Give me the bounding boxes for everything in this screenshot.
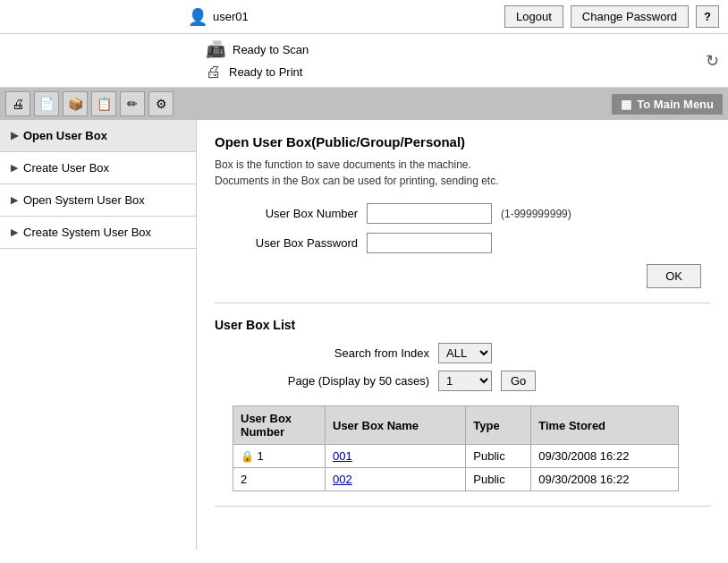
arrow-icon-2: ▶: [11, 162, 18, 174]
col-time: Time Stored: [531, 406, 678, 445]
sidebar-label-4: Create System User Box: [23, 226, 151, 239]
user-info: 👤 user01: [188, 7, 249, 27]
scan-status: 📠 Ready to Scan: [206, 39, 719, 59]
user-icon: 👤: [188, 7, 207, 27]
search-select[interactable]: ALL A-F G-L M-R S-Z: [438, 343, 492, 363]
page-row: Page (Display by 50 cases) 1 2 3 Go: [250, 371, 710, 391]
search-label: Search from Index: [250, 346, 429, 360]
divider-2: [215, 506, 710, 507]
desc-line1: Box is the function to save documents in…: [215, 158, 471, 171]
user-box-number-input[interactable]: [367, 203, 492, 224]
cell-time-1: 09/30/2008 16:22: [531, 445, 678, 468]
sidebar-label-1: Open User Box: [23, 129, 107, 142]
toolbar-icon-2[interactable]: 📄: [34, 91, 59, 116]
ok-row: OK: [215, 264, 710, 288]
scan-label: Ready to Scan: [233, 43, 309, 56]
toolbar: 🖨 📄 📦 📋 ✏ ⚙ ▦ To Main Menu: [0, 88, 728, 120]
sidebar-item-create-system-user-box[interactable]: ▶ Create System User Box: [0, 217, 196, 249]
col-number: User BoxNumber: [233, 406, 326, 445]
col-type: Type: [466, 406, 531, 445]
desc-line2: Documents in the Box can be used for pri…: [215, 175, 499, 187]
sidebar-label-2: Create User Box: [23, 161, 109, 175]
toolbar-icon-1[interactable]: 🖨: [5, 91, 30, 116]
statusbar: 📠 Ready to Scan 🖨 Ready to Print ↻: [0, 34, 728, 88]
print-status: 🖨 Ready to Print: [206, 63, 719, 81]
user-box-number-row: User Box Number (1-999999999): [215, 203, 710, 224]
main-content: Open User Box(Public/Group/Personal) Box…: [197, 120, 728, 550]
sidebar: ▶ Open User Box ▶ Create User Box ▶ Open…: [0, 120, 197, 550]
scan-icon: 📠: [206, 39, 225, 59]
main-menu-label: To Main Menu: [637, 98, 714, 111]
arrow-icon-4: ▶: [11, 226, 18, 238]
divider-1: [215, 303, 710, 303]
lock-icon-1: 🔒: [241, 450, 254, 463]
main-menu-icon: ▦: [621, 98, 631, 111]
page-title: Open User Box(Public/Group/Personal): [215, 134, 710, 149]
cell-name-1[interactable]: 001: [326, 445, 466, 468]
go-button[interactable]: Go: [501, 371, 536, 391]
print-label: Ready to Print: [229, 65, 302, 79]
header: 👤 user01 Logout Change Password ?: [0, 0, 728, 34]
toolbar-icon-5[interactable]: ✏: [120, 91, 145, 116]
main-menu-button[interactable]: ▦ To Main Menu: [612, 94, 723, 115]
user-box-password-label: User Box Password: [215, 236, 358, 250]
cell-type-2: Public: [466, 468, 531, 491]
table-row: 🔒 1 001 Public 09/30/2008 16:22: [233, 445, 679, 468]
page-label: Page (Display by 50 cases): [250, 374, 429, 388]
sidebar-item-open-user-box[interactable]: ▶ Open User Box: [0, 120, 196, 152]
layout: ▶ Open User Box ▶ Create User Box ▶ Open…: [0, 120, 728, 550]
sidebar-label-3: Open System User Box: [23, 193, 145, 207]
cell-number-1: 🔒 1: [233, 445, 326, 468]
help-button[interactable]: ?: [696, 5, 719, 28]
arrow-icon-3: ▶: [11, 194, 18, 206]
change-password-button[interactable]: Change Password: [571, 5, 689, 28]
col-name: User Box Name: [326, 406, 466, 445]
userbox-table: User BoxNumber User Box Name Type Time S…: [233, 405, 679, 491]
toolbar-icon-6[interactable]: ⚙: [148, 91, 174, 116]
sidebar-item-create-user-box[interactable]: ▶ Create User Box: [0, 152, 196, 184]
toolbar-icon-3[interactable]: 📦: [63, 91, 88, 116]
description: Box is the function to save documents in…: [215, 157, 710, 189]
refresh-button[interactable]: ↻: [706, 51, 719, 71]
list-title: User Box List: [215, 318, 710, 332]
user-box-number-label: User Box Number: [215, 207, 358, 220]
toolbar-icon-4[interactable]: 📋: [91, 91, 116, 116]
user-box-number-hint: (1-999999999): [501, 208, 571, 220]
sidebar-item-open-system-user-box[interactable]: ▶ Open System User Box: [0, 184, 196, 217]
table-row: 2 002 Public 09/30/2008 16:22: [233, 468, 679, 491]
cell-number-2: 2: [233, 468, 326, 491]
user-box-password-row: User Box Password: [215, 233, 710, 253]
list-controls: Search from Index ALL A-F G-L M-R S-Z Pa…: [250, 343, 710, 391]
username: user01: [213, 10, 249, 23]
logout-button[interactable]: Logout: [504, 5, 563, 28]
ok-button[interactable]: OK: [647, 264, 701, 288]
search-row: Search from Index ALL A-F G-L M-R S-Z: [250, 343, 710, 363]
page-select[interactable]: 1 2 3: [438, 371, 492, 391]
cell-type-1: Public: [466, 445, 531, 468]
user-box-password-input[interactable]: [367, 233, 492, 253]
print-icon: 🖨: [206, 63, 222, 81]
cell-name-2[interactable]: 002: [326, 468, 466, 491]
cell-time-2: 09/30/2008 16:22: [531, 468, 678, 491]
arrow-icon-1: ▶: [11, 130, 18, 141]
